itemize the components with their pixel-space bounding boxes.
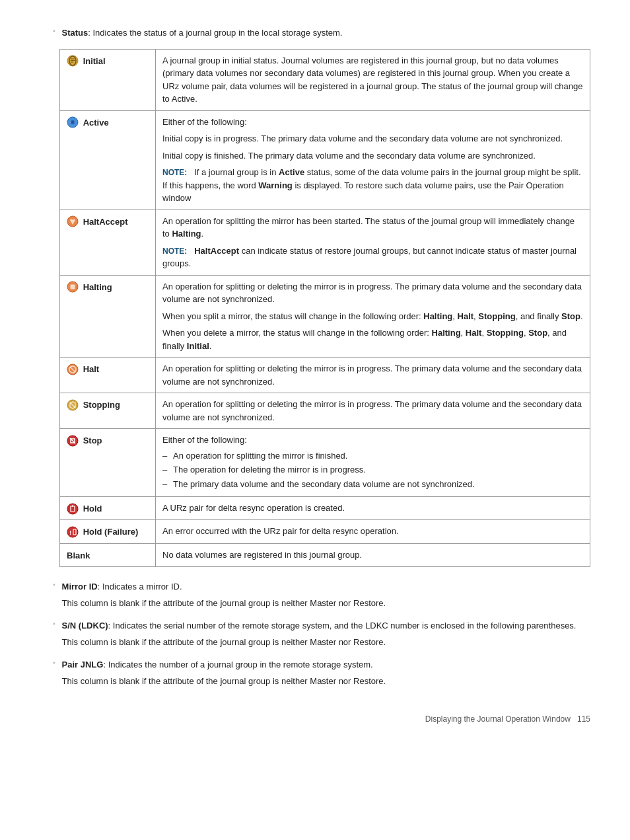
halting-icon: [67, 281, 79, 293]
stopping-icon: [67, 399, 79, 411]
bullet-dot: ◦: [53, 27, 55, 34]
sn-ldkc-sub: This column is blank if the attribute of…: [62, 636, 577, 649]
stop-item1: An operation for splitting the mirror is…: [162, 449, 583, 463]
stop-dash-list: An operation for splitting the mirror is…: [162, 449, 583, 491]
active-para2: Initial copy is finished. The primary da…: [162, 149, 583, 163]
status-bold-label: Status: [62, 28, 88, 38]
table-row: ! Hold (Failure) An error occurred with …: [60, 520, 590, 543]
status-name-initial: Initial: [60, 49, 156, 110]
footer-page: 115: [577, 714, 590, 724]
pair-jnlg-bold: Pair JNLG: [62, 660, 104, 669]
table-row: Stopping An operation for splitting or d…: [60, 393, 590, 429]
active-intro: Either of the following:: [162, 116, 583, 129]
stop-desc: Either of the following: An operation fo…: [156, 429, 590, 497]
sn-ldkc-bold: S/N (LDKC): [62, 621, 108, 630]
stop-icon: [67, 435, 79, 447]
table-row: Initial A journal group in initial statu…: [60, 49, 590, 110]
halt-icon: [67, 363, 79, 375]
footer-text: Displaying the Journal Operation Window: [425, 714, 571, 724]
active-note-label: NOTE:: [162, 168, 187, 177]
table-row: Hold A URz pair for delta resync operati…: [60, 497, 590, 520]
pair-jnlg-rest: : Indicates the number of a journal grou…: [103, 660, 372, 669]
status-name-halt: Halt: [60, 358, 156, 393]
table-row: Stop Either of the following: An operati…: [60, 429, 590, 497]
svg-text:!: !: [69, 529, 71, 536]
mirror-id-bullet: ◦ Mirror ID: Indicates a mirror ID. This…: [40, 580, 590, 610]
table-row: Blank No data volumes are registered in …: [60, 543, 590, 566]
haltaccept-note: NOTE: HaltAccept can indicate status of …: [162, 245, 583, 270]
status-name-active: Active: [60, 110, 156, 210]
bullet-dot-4: ◦: [53, 659, 55, 666]
haltaccept-main: An operation for splitting the mirror ha…: [162, 215, 583, 241]
svg-point-6: [71, 120, 75, 124]
status-bullet-text: Status: Indicates the status of a journa…: [62, 26, 343, 40]
status-name-haltaccept: HaltAccept: [60, 210, 156, 275]
hold-icon: [67, 503, 79, 515]
stopping-desc: An operation for splitting or deleting t…: [156, 393, 590, 429]
stop-item2: The operation for deleting the mirror is…: [162, 463, 583, 477]
hold-failure-desc: An error occurred with the URz pair for …: [156, 520, 590, 543]
table-row: Halting An operation for splitting or de…: [60, 275, 590, 358]
halting-para2: When you split a mirror, the status will…: [162, 310, 583, 323]
active-para1: Initial copy is in progress. The primary…: [162, 132, 583, 145]
svg-rect-9: [71, 285, 75, 289]
mirror-id-rest: : Indicates a mirror ID.: [98, 582, 182, 592]
mirror-id-bold: Mirror ID: [62, 582, 98, 592]
initial-desc: A journal group in initial status. Journ…: [156, 49, 590, 110]
status-name-stopping: Stopping: [60, 393, 156, 429]
halting-label: Halting: [83, 282, 112, 291]
footer: Displaying the Journal Operation Window …: [40, 714, 590, 724]
sn-ldkc-bullet: ◦ S/N (LDKC): Indicates the serial numbe…: [40, 619, 590, 649]
status-label-rest: : Indicates the status of a journal grou…: [88, 28, 342, 38]
active-desc: Either of the following: Initial copy is…: [156, 110, 590, 210]
haltaccept-note-label: NOTE:: [162, 247, 187, 256]
stop-label: Stop: [83, 436, 102, 445]
bullet-dot-2: ◦: [53, 581, 55, 588]
hold-failure-icon: !: [67, 526, 79, 538]
table-row: HaltAccept An operation for splitting th…: [60, 210, 590, 275]
status-table: Initial A journal group in initial statu…: [59, 49, 590, 567]
sn-ldkc-rest: : Indicates the serial number of the rem…: [108, 621, 577, 630]
status-name-halting: Halting: [60, 275, 156, 358]
halt-label: Halt: [83, 364, 100, 374]
active-note: NOTE: If a journal group is in Active st…: [162, 166, 583, 205]
active-icon: [67, 116, 79, 128]
table-row: Active Either of the following: Initial …: [60, 110, 590, 210]
status-name-hold-failure: ! Hold (Failure): [60, 520, 156, 543]
stop-intro: Either of the following:: [162, 434, 583, 447]
blank-desc: No data volumes are registered in this j…: [156, 543, 590, 566]
status-name-blank: Blank: [60, 543, 156, 566]
hold-desc: A URz pair for delta resync operation is…: [156, 497, 590, 520]
halt-desc: An operation for splitting or deleting t…: [156, 358, 590, 393]
haltaccept-label: HaltAccept: [83, 216, 128, 226]
mirror-id-bullet-text: Mirror ID: Indicates a mirror ID. This c…: [62, 580, 386, 610]
blank-label: Blank: [67, 550, 90, 560]
pair-jnlg-bullet-text: Pair JNLG: Indicates the number of a jou…: [62, 658, 386, 688]
table-row: Halt An operation for splitting or delet…: [60, 358, 590, 393]
status-name-stop: Stop: [60, 429, 156, 497]
halting-para1: An operation for splitting or deleting t…: [162, 280, 583, 306]
haltaccept-desc: An operation for splitting the mirror ha…: [156, 210, 590, 275]
pair-jnlg-bullet: ◦ Pair JNLG: Indicates the number of a j…: [40, 658, 590, 688]
mirror-id-sub: This column is blank if the attribute of…: [62, 597, 386, 610]
halting-desc: An operation for splitting or deleting t…: [156, 275, 590, 358]
stopping-label: Stopping: [83, 400, 120, 410]
bullet-dot-3: ◦: [53, 620, 55, 627]
status-name-hold: Hold: [60, 497, 156, 520]
halting-para3: When you delete a mirror, the status wil…: [162, 326, 583, 352]
active-label: Active: [83, 117, 109, 127]
haltaccept-icon: [67, 215, 79, 227]
hold-failure-label: Hold (Failure): [83, 527, 139, 537]
pair-jnlg-sub: This column is blank if the attribute of…: [62, 675, 386, 688]
sn-ldkc-bullet-text: S/N (LDKC): Indicates the serial number …: [62, 619, 577, 649]
initial-label: Initial: [83, 56, 106, 65]
status-bullet: ◦ Status: Indicates the status of a jour…: [40, 26, 590, 40]
hold-label: Hold: [83, 504, 102, 514]
initial-icon: [67, 55, 79, 67]
stop-item3: The primary data volume and the secondar…: [162, 478, 583, 491]
